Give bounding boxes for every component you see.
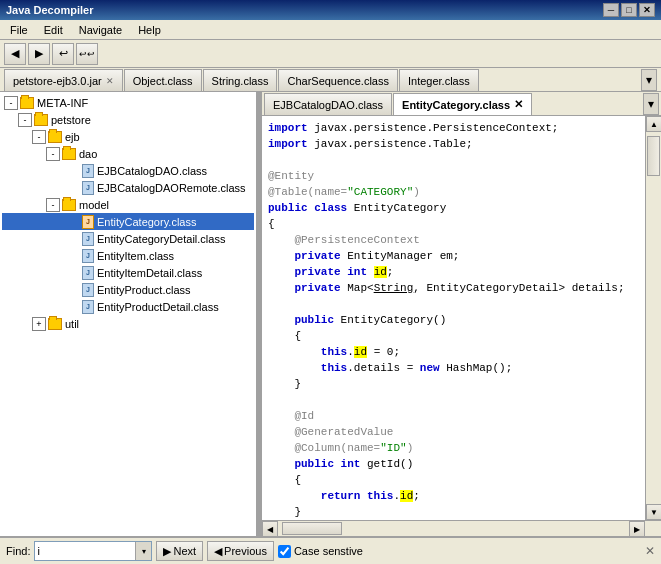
horizontal-scrollbar-row: ◀ ▶: [262, 520, 661, 536]
vertical-scrollbar[interactable]: ▲ ▼: [645, 116, 661, 520]
tree-node-entitycategory[interactable]: - J EntityCategory.class: [2, 213, 254, 230]
tree-node-entityproduct[interactable]: - J EntityProduct.class: [2, 281, 254, 298]
minimize-button[interactable]: ─: [603, 3, 619, 17]
tree-node-entityitemdetail[interactable]: - J EntityItemDetail.class: [2, 264, 254, 281]
code-line-25: }: [268, 504, 639, 520]
folder-icon-ejb: [48, 131, 62, 143]
find-input-dropdown[interactable]: ▾: [135, 542, 151, 560]
tree-node-entitycategorydetail[interactable]: - J EntityCategoryDetail.class: [2, 230, 254, 247]
case-sensitive-text: Case senstive: [294, 545, 363, 557]
toolbar-forward-button[interactable]: ▶: [28, 43, 50, 65]
tree-node-entityitem[interactable]: - J EntityItem.class: [2, 247, 254, 264]
code-line-24: return this.id;: [268, 488, 639, 504]
find-next-button[interactable]: ▶ Next: [156, 541, 203, 561]
expander-petstore[interactable]: -: [18, 113, 32, 127]
tree-node-ejbcatalogdao[interactable]: - J EJBCatalogDAO.class: [2, 162, 254, 179]
file-icon-ejbcatalogdaoremote: J: [82, 181, 94, 195]
code-line-17: }: [268, 376, 639, 392]
maximize-button[interactable]: □: [621, 3, 637, 17]
expander-ejb[interactable]: -: [32, 130, 46, 144]
code-line-20: @GeneratedValue: [268, 424, 639, 440]
find-prev-button[interactable]: ◀ Previous: [207, 541, 274, 561]
tree-label-ejb: ejb: [65, 131, 80, 143]
case-sensitive-label: Case senstive: [278, 545, 363, 558]
code-line-4: @Entity: [268, 168, 639, 184]
scrollbar-thumb[interactable]: [647, 136, 660, 176]
inner-tab-entitycategory-close[interactable]: ✕: [514, 98, 523, 111]
toolbar-redo-button[interactable]: ↩↩: [76, 43, 98, 65]
tab-integer-class[interactable]: Integer.class: [399, 69, 479, 91]
find-prev-label: Previous: [224, 545, 267, 557]
inner-tab-entitycategory-label: EntityCategory.class: [402, 99, 510, 111]
code-line-7: {: [268, 216, 639, 232]
tree-node-entityproductdetail[interactable]: - J EntityProductDetail.class: [2, 298, 254, 315]
folder-icon-dao: [62, 148, 76, 160]
case-sensitive-checkbox[interactable]: [278, 545, 291, 558]
tree-node-petstore[interactable]: - petstore: [2, 111, 254, 128]
tab-string-class[interactable]: String.class: [203, 69, 278, 91]
menu-edit[interactable]: Edit: [38, 22, 69, 38]
toolbar-back-button[interactable]: ◀: [4, 43, 26, 65]
menu-navigate[interactable]: Navigate: [73, 22, 128, 38]
tree-label-entityitemdetail: EntityItemDetail.class: [97, 267, 202, 279]
tree-node-meta-inf[interactable]: - META-INF: [2, 94, 254, 111]
file-icon-entityitemdetail: J: [82, 266, 94, 280]
tab-petstore-jar-label: petstore-ejb3.0.jar: [13, 75, 102, 87]
menu-help[interactable]: Help: [132, 22, 167, 38]
find-next-label: Next: [173, 545, 196, 557]
code-line-8: @PersistenceContext: [268, 232, 639, 248]
file-icon-entityitem: J: [82, 249, 94, 263]
tree-node-model[interactable]: - model: [2, 196, 254, 213]
tab-charsequence-class-label: CharSequence.class: [287, 75, 389, 87]
tab-petstore-jar-close[interactable]: ✕: [106, 76, 114, 86]
file-icon-entitycategorydetail: J: [82, 232, 94, 246]
tree-node-ejbcatalogdaoremote[interactable]: - J EJBCatalogDAORemote.class: [2, 179, 254, 196]
inner-tab-bar: EJBCatalogDAO.class EntityCategory.class…: [262, 92, 661, 116]
menu-file[interactable]: File: [4, 22, 34, 38]
tree-node-dao[interactable]: - dao: [2, 145, 254, 162]
close-button[interactable]: ✕: [639, 3, 655, 17]
tab-petstore-jar[interactable]: petstore-ejb3.0.jar ✕: [4, 69, 123, 91]
expander-util[interactable]: +: [32, 317, 46, 331]
scrollbar-up-button[interactable]: ▲: [646, 116, 661, 132]
expander-meta-inf[interactable]: -: [4, 96, 18, 110]
scrollbar-down-button[interactable]: ▼: [646, 504, 661, 520]
menu-bar: File Edit Navigate Help: [0, 20, 661, 40]
tree-panel: - META-INF - petstore - ejb - dao - J EJ…: [0, 92, 258, 536]
scrollbar-right-button[interactable]: ▶: [629, 521, 645, 536]
expander-dao[interactable]: -: [46, 147, 60, 161]
expander-model[interactable]: -: [46, 198, 60, 212]
find-close-button[interactable]: ✕: [645, 544, 655, 558]
tree-node-util[interactable]: + util: [2, 315, 254, 332]
inner-tab-entitycategory[interactable]: EntityCategory.class ✕: [393, 93, 532, 115]
folder-icon-util: [48, 318, 62, 330]
find-input[interactable]: [35, 542, 135, 560]
tree-node-ejb[interactable]: - ejb: [2, 128, 254, 145]
tree-label-entitycategory: EntityCategory.class: [97, 216, 196, 228]
inner-tab-dropdown[interactable]: ▾: [643, 93, 659, 115]
inner-tab-ejbcatalogdao[interactable]: EJBCatalogDAO.class: [264, 93, 392, 115]
inner-tab-ejbcatalogdao-label: EJBCatalogDAO.class: [273, 99, 383, 111]
top-tab-dropdown[interactable]: ▾: [641, 69, 657, 91]
top-tab-bar: petstore-ejb3.0.jar ✕ Object.class Strin…: [0, 68, 661, 92]
title-bar: Java Decompiler ─ □ ✕: [0, 0, 661, 20]
tree-label-util: util: [65, 318, 79, 330]
tab-object-class-label: Object.class: [133, 75, 193, 87]
toolbar-undo-button[interactable]: ↩: [52, 43, 74, 65]
tree-label-model: model: [79, 199, 109, 211]
h-scrollbar-track[interactable]: [278, 521, 629, 536]
code-line-14: {: [268, 328, 639, 344]
tree-label-ejbcatalogdaoremote: EJBCatalogDAORemote.class: [97, 182, 246, 194]
tree-label-entityproduct: EntityProduct.class: [97, 284, 191, 296]
h-scrollbar-thumb[interactable]: [282, 522, 342, 535]
code-line-1: import javax.persistence.PersistenceCont…: [268, 120, 639, 136]
toolbar: ◀ ▶ ↩ ↩↩: [0, 40, 661, 68]
folder-icon-petstore: [34, 114, 48, 126]
tree-label-meta-inf: META-INF: [37, 97, 88, 109]
tab-object-class[interactable]: Object.class: [124, 69, 202, 91]
code-line-23: {: [268, 472, 639, 488]
scrollbar-left-button[interactable]: ◀: [262, 521, 278, 536]
find-bar: Find: ▾ ▶ Next ◀ Previous Case senstive …: [0, 536, 661, 564]
tab-charsequence-class[interactable]: CharSequence.class: [278, 69, 398, 91]
scrollbar-track[interactable]: [646, 132, 661, 504]
